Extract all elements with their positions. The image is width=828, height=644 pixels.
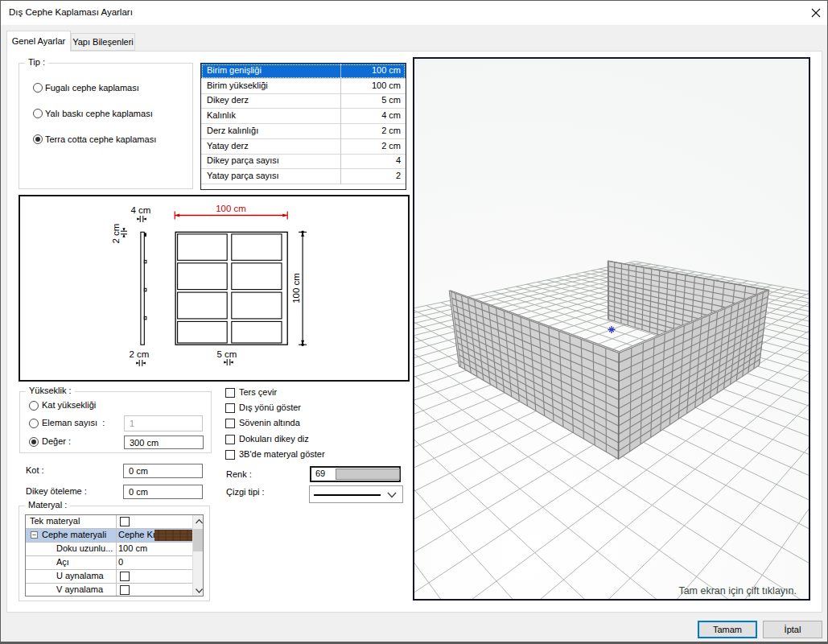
svg-text:5 cm: 5 cm <box>217 349 237 359</box>
svg-text:2 cm: 2 cm <box>111 224 121 244</box>
svg-text:4 cm: 4 cm <box>131 205 151 215</box>
svg-text:2 cm: 2 cm <box>130 349 150 359</box>
svg-text:100 cm: 100 cm <box>291 273 301 303</box>
svg-text:100 cm: 100 cm <box>216 204 246 213</box>
